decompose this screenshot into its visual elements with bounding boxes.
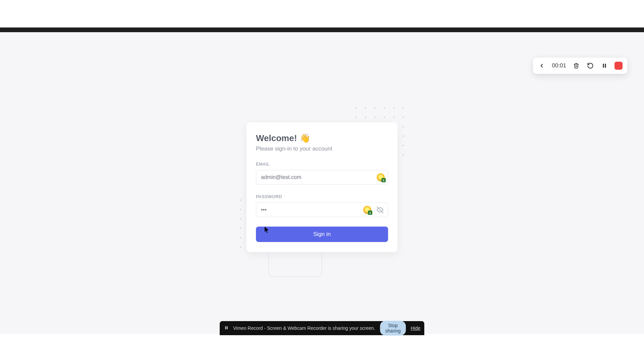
restart-icon	[587, 62, 594, 69]
stop-sharing-button[interactable]: Stop sharing	[380, 321, 406, 336]
wave-emoji-icon: 👋	[300, 133, 310, 143]
password-manager-count: 1	[381, 178, 386, 182]
password-manager-badge-password[interactable]: 1	[363, 205, 372, 215]
recorder-pause-button[interactable]	[599, 60, 610, 71]
recorder-restart-button[interactable]	[585, 60, 596, 71]
recorder-back-button[interactable]	[536, 60, 547, 71]
password-manager-icon: 1	[363, 206, 371, 214]
svg-rect-4	[227, 326, 228, 329]
chevron-left-icon	[539, 63, 545, 69]
password-manager-badge-email[interactable]: 1	[376, 173, 385, 182]
recorder-elapsed-time: 00:01	[550, 62, 568, 69]
eye-off-icon	[377, 206, 383, 213]
svg-rect-3	[225, 326, 226, 329]
welcome-text: Welcome!	[256, 133, 297, 143]
password-manager-icon: 1	[377, 173, 385, 181]
sign-in-button[interactable]: Sign in	[256, 227, 388, 242]
mouse-cursor-icon	[265, 227, 269, 233]
share-pause-button[interactable]	[224, 325, 228, 331]
toggle-password-visibility[interactable]	[376, 206, 384, 214]
password-field-wrap: 1	[256, 202, 388, 217]
svg-rect-0	[603, 64, 604, 68]
welcome-heading: Welcome! 👋	[256, 133, 388, 143]
email-input[interactable]	[256, 170, 388, 185]
welcome-subtitle: Please sign-in to your account	[256, 145, 388, 152]
email-label: EMAIL	[256, 162, 388, 167]
share-status-text: Vimeo Record - Screen & Webcam Recorder …	[233, 325, 375, 331]
pause-icon	[601, 63, 607, 69]
decorative-outline-box	[268, 248, 322, 277]
top-dark-strip	[0, 27, 644, 32]
hide-share-bar-link[interactable]: Hide	[411, 325, 420, 331]
screen-share-bar: Vimeo Record - Screen & Webcam Recorder …	[220, 321, 424, 335]
password-manager-count: 1	[368, 210, 372, 215]
email-field-wrap: 1	[256, 170, 388, 185]
trash-icon	[573, 63, 579, 69]
recorder-toolbar: 00:01	[533, 58, 627, 74]
svg-rect-1	[605, 64, 606, 68]
password-label: PASSWORD	[256, 194, 388, 199]
recorder-delete-button[interactable]	[571, 60, 582, 71]
recorder-stop-button[interactable]	[613, 60, 624, 71]
pause-icon	[224, 325, 228, 330]
record-stop-icon	[614, 62, 623, 70]
